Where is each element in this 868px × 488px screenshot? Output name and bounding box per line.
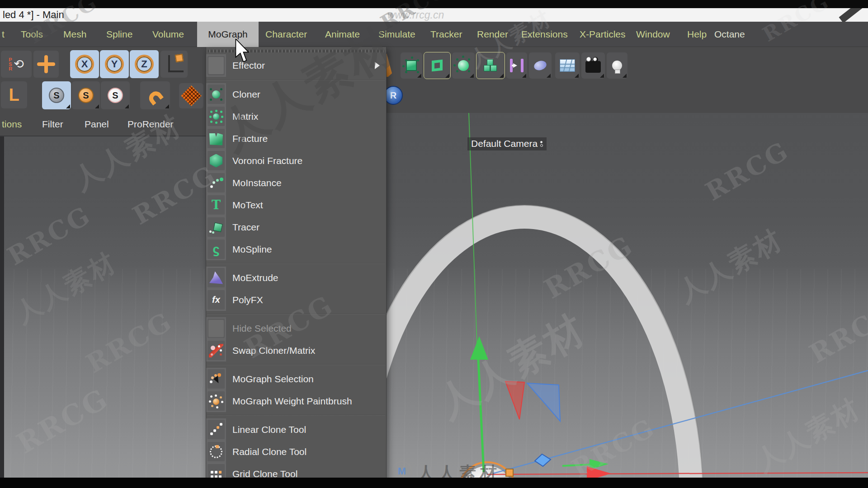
- menu-item-radial-clone-tool[interactable]: Radial Clone Tool: [206, 441, 386, 463]
- linear-clone-tool-icon: [209, 423, 223, 436]
- open-cube-icon: [432, 60, 443, 72]
- light-button[interactable]: [607, 52, 627, 79]
- floor-button[interactable]: [555, 52, 580, 79]
- sphere-handles-icon: [458, 60, 469, 71]
- metaball-button[interactable]: [529, 52, 552, 79]
- tab-panel[interactable]: Panel: [85, 113, 109, 136]
- mograph-dropdown-menu: Effector Cloner Matrix Fracture Voronoi …: [206, 47, 387, 486]
- scale-mode-button-2[interactable]: S: [72, 81, 100, 109]
- torus-object[interactable]: [357, 217, 692, 488]
- cube-primitive-icon: [406, 60, 417, 71]
- scale-icon-3: S: [108, 88, 123, 103]
- menu-item-effector[interactable]: Effector: [206, 54, 386, 77]
- x-axis-lock-button[interactable]: X: [70, 50, 99, 78]
- menu-item-hide-selected[interactable]: Hide Selected: [206, 317, 386, 339]
- title-bar: led 4 *] - Main www.rrcg.cn: [0, 8, 868, 22]
- menu-item-animate[interactable]: Animate: [325, 22, 360, 47]
- mesh-grid-icon: [181, 85, 201, 106]
- coordinate-system-button[interactable]: [160, 51, 188, 78]
- tab-filter[interactable]: Filter: [42, 113, 63, 136]
- menu-separator: [207, 80, 385, 80]
- x-axis-line: [487, 473, 868, 474]
- camera-button[interactable]: [581, 52, 605, 79]
- mesh-grid-button[interactable]: [179, 83, 203, 108]
- scale-icon-2: S: [78, 88, 94, 103]
- window-title: led 4 *] - Main: [3, 9, 64, 21]
- cube-primitive-button[interactable]: [401, 52, 422, 79]
- menu-item-tracer[interactable]: Tracer: [206, 216, 386, 238]
- x-axis-icon: X: [75, 55, 94, 74]
- tab-options[interactable]: tions: [2, 113, 22, 136]
- menu-item-mospline[interactable]: ϛ MoSpline: [206, 238, 386, 260]
- menu-item-mograph-weight-paintbrush[interactable]: MoGraph Weight Paintbrush: [206, 390, 386, 412]
- xy-plane-handle[interactable]: [505, 381, 524, 419]
- menu-item-volume[interactable]: Volume: [152, 22, 184, 47]
- menu-item-matrix[interactable]: Matrix: [206, 105, 386, 127]
- scale-handle[interactable]: [506, 469, 513, 476]
- magnet-icon: [146, 89, 164, 105]
- workplane-button[interactable]: L: [1, 81, 27, 108]
- camera-axis-icon: [540, 141, 543, 147]
- z-arrow-head[interactable]: [590, 459, 609, 469]
- tab-prorender[interactable]: ProRender: [127, 113, 174, 136]
- menu-item-tools[interactable]: Tools: [21, 22, 43, 47]
- symmetry-icon: [510, 59, 524, 72]
- menu-separator: [207, 314, 385, 314]
- menu-item-swap-cloner-matrix[interactable]: Swap Cloner/Matrix: [206, 339, 386, 361]
- swap-cloner-matrix-icon: [209, 344, 223, 357]
- toolbar: PSR ⟲ X Y Z L S S S: [0, 47, 868, 113]
- prorender-r-icon: R: [390, 90, 396, 101]
- y-axis-arrow[interactable]: [470, 336, 488, 360]
- symmetry-button[interactable]: [506, 52, 527, 79]
- snap-button[interactable]: [140, 81, 170, 109]
- array-clone-button[interactable]: [476, 52, 505, 79]
- menu-item-polyfx[interactable]: fx PolyFX: [206, 289, 386, 311]
- menu-item-mesh[interactable]: Mesh: [63, 22, 86, 47]
- camera-label-text: Default Camera: [471, 138, 538, 149]
- menu-item-x-particles[interactable]: X-Particles: [580, 22, 626, 47]
- zy-plane-handle[interactable]: [527, 383, 560, 421]
- menu-item-moextrude[interactable]: MoExtrude: [206, 267, 386, 289]
- hide-selected-icon: [208, 320, 224, 337]
- menu-item-mograph-selection[interactable]: MoGraph Selection: [206, 368, 386, 390]
- menu-item-character[interactable]: Character: [265, 22, 307, 47]
- menu-item-moinstance[interactable]: MoInstance: [206, 172, 386, 194]
- scale-icon-1: S: [49, 88, 64, 103]
- menu-item-motext[interactable]: T MoText: [206, 194, 386, 216]
- move-tool-button[interactable]: [33, 51, 59, 78]
- camera-label[interactable]: Default Camera: [467, 137, 547, 150]
- coordinate-system-icon: [164, 54, 184, 74]
- mouse-cursor: [234, 39, 250, 64]
- deformer-button[interactable]: [452, 52, 475, 79]
- scale-mode-button-3[interactable]: S: [101, 81, 130, 109]
- menu-item-spline[interactable]: Spline: [106, 22, 132, 47]
- menu-item-help[interactable]: Help: [687, 22, 707, 47]
- menu-item-tracker[interactable]: Tracker: [430, 22, 462, 47]
- menu-item-octane[interactable]: Octane: [714, 22, 745, 47]
- prorender-button[interactable]: R: [384, 86, 403, 105]
- menu-item-t[interactable]: t: [2, 22, 5, 47]
- menu-separator: [207, 263, 385, 264]
- menu-item-linear-clone-tool[interactable]: Linear Clone Tool: [206, 418, 386, 441]
- menu-item-extensions[interactable]: Extensions: [521, 22, 568, 47]
- menu-item-render[interactable]: Render: [477, 22, 508, 47]
- voronoi-fracture-icon: [210, 154, 222, 168]
- cloner-icon: [209, 88, 223, 101]
- y-axis-lock-button[interactable]: Y: [100, 50, 129, 78]
- menu-item-cloner[interactable]: Cloner: [206, 83, 386, 105]
- menu-item-simulate[interactable]: Simulate: [378, 22, 415, 47]
- menu-item-voronoi-fracture[interactable]: Voronoi Fracture: [206, 150, 386, 172]
- menu-item-fracture[interactable]: Fracture: [206, 127, 386, 150]
- z-axis-handle[interactable]: [535, 454, 551, 466]
- cinema4d-window: Default Camera M 人人素材 led 4 *] - Main ww…: [0, 0, 868, 488]
- psr-icon: PSR: [9, 57, 12, 71]
- psr-reset-button[interactable]: PSR ⟲: [1, 51, 32, 78]
- subdivision-surface-button[interactable]: [424, 52, 450, 79]
- metaball-icon: [533, 59, 548, 72]
- y-axis-shaft[interactable]: [478, 359, 484, 472]
- z-axis-lock-button[interactable]: Z: [130, 50, 159, 78]
- menu-item-window[interactable]: Window: [636, 22, 670, 47]
- fracture-icon: [209, 132, 223, 145]
- logo-letter: M: [398, 465, 406, 477]
- scale-mode-button-1[interactable]: S: [42, 81, 71, 109]
